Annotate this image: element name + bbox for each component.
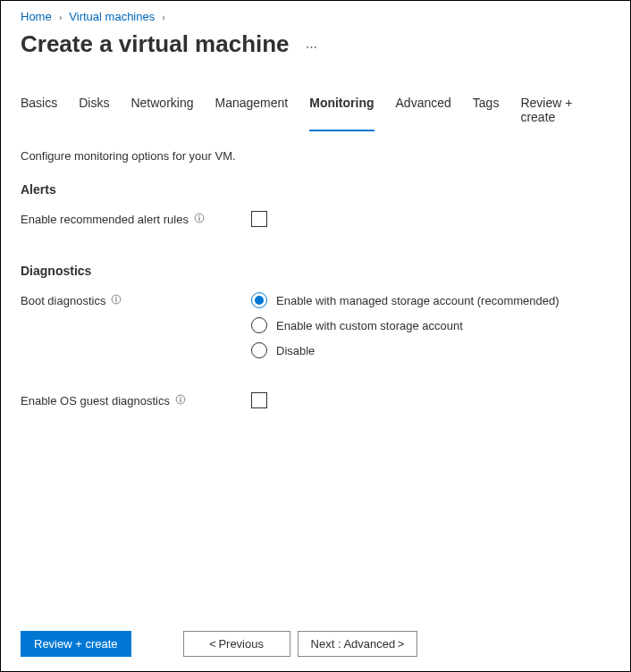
breadcrumb-home[interactable]: Home <box>21 10 52 23</box>
radio-input[interactable] <box>251 317 267 333</box>
tab-description: Configure monitoring options for your VM… <box>21 149 610 163</box>
radio-option-custom-storage[interactable]: Enable with custom storage account <box>251 317 610 333</box>
chevron-right-icon: › <box>55 12 66 22</box>
info-icon[interactable] <box>111 294 122 305</box>
info-icon[interactable] <box>175 394 186 405</box>
info-icon[interactable] <box>194 213 205 223</box>
radio-option-disable[interactable]: Disable <box>251 342 610 358</box>
more-actions-button[interactable]: ⋯ <box>306 35 318 54</box>
chevron-right-icon: › <box>158 12 169 22</box>
section-heading-diagnostics: Diagnostics <box>21 264 610 278</box>
breadcrumb: Home › Virtual machines › <box>21 10 610 23</box>
tab-monitoring[interactable]: Monitoring <box>309 90 374 131</box>
page-title: Create a virtual machine <box>21 30 290 58</box>
previous-button[interactable]: < Previous <box>183 631 290 657</box>
breadcrumb-virtual-machines[interactable]: Virtual machines <box>69 10 155 23</box>
label-enable-os-guest-diagnostics: Enable OS guest diagnostics <box>21 394 170 407</box>
radio-option-managed-storage[interactable]: Enable with managed storage account (rec… <box>251 292 610 308</box>
svg-point-1 <box>198 215 199 216</box>
footer-actions: Review + create < Previous Next : Advanc… <box>21 631 610 657</box>
label-enable-recommended-alerts: Enable recommended alert rules <box>21 213 189 226</box>
radio-label: Enable with managed storage account (rec… <box>276 294 559 307</box>
radio-label: Enable with custom storage account <box>276 319 463 332</box>
radio-input[interactable] <box>251 292 267 308</box>
tab-advanced[interactable]: Advanced <box>396 90 451 131</box>
review-create-button[interactable]: Review + create <box>21 631 131 657</box>
tabs: Basics Disks Networking Management Monit… <box>21 90 610 131</box>
tab-review-create[interactable]: Review + create <box>520 90 610 131</box>
radio-group-boot-diagnostics: Enable with managed storage account (rec… <box>251 292 610 358</box>
label-boot-diagnostics: Boot diagnostics <box>21 294 105 307</box>
tab-basics[interactable]: Basics <box>21 90 57 131</box>
section-heading-alerts: Alerts <box>21 182 610 197</box>
next-button[interactable]: Next : Advanced > <box>298 631 418 657</box>
radio-label: Disable <box>276 344 315 357</box>
tab-management[interactable]: Management <box>215 90 289 131</box>
svg-rect-5 <box>116 298 117 302</box>
svg-rect-8 <box>180 399 181 402</box>
svg-point-4 <box>116 297 117 298</box>
tab-tags[interactable]: Tags <box>473 90 500 131</box>
svg-rect-2 <box>198 217 199 221</box>
checkbox-enable-recommended-alerts[interactable] <box>251 211 267 227</box>
tab-networking[interactable]: Networking <box>130 90 193 131</box>
tab-disks[interactable]: Disks <box>79 90 109 131</box>
svg-point-7 <box>180 397 181 398</box>
radio-input[interactable] <box>251 342 267 358</box>
checkbox-enable-os-guest-diagnostics[interactable] <box>251 392 267 408</box>
